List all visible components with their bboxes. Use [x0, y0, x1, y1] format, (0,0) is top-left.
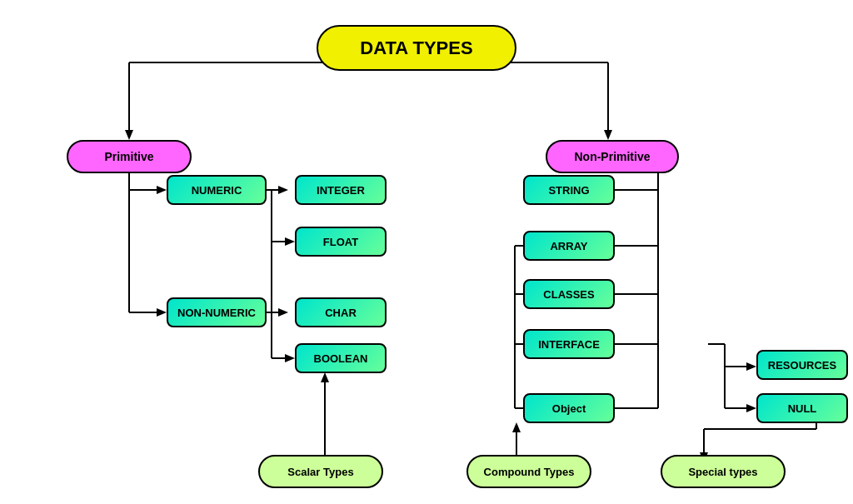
- boolean-label: BOOLEAN: [314, 352, 368, 365]
- non-primitive-node: Non-Primitive: [546, 140, 679, 173]
- char-label: CHAR: [325, 307, 357, 319]
- primitive-node: Primitive: [67, 140, 192, 173]
- float-label: FLOAT: [323, 236, 358, 248]
- resources-label: RESOURCES: [768, 359, 836, 372]
- svg-marker-11: [157, 308, 167, 317]
- integer-node: INTEGER: [295, 175, 387, 205]
- compound-types-node: Compound Types: [466, 455, 591, 488]
- integer-label: INTEGER: [317, 184, 365, 197]
- null-label: NULL: [788, 402, 817, 415]
- array-node: ARRAY: [523, 231, 615, 261]
- float-node: FLOAT: [295, 227, 387, 257]
- svg-marker-13: [278, 186, 288, 194]
- svg-marker-15: [278, 308, 288, 317]
- svg-marker-46: [746, 362, 756, 371]
- svg-marker-8: [157, 186, 167, 194]
- svg-marker-42: [512, 422, 521, 432]
- diagram: DATA TYPES Primitive Non-Primitive NUMER…: [0, 0, 853, 504]
- svg-marker-49: [746, 404, 756, 412]
- null-node: NULL: [756, 393, 848, 423]
- svg-marker-2: [125, 130, 133, 140]
- array-label: ARRAY: [550, 240, 587, 252]
- resources-node: RESOURCES: [756, 350, 848, 380]
- interface-label: INTERFACE: [538, 338, 600, 351]
- object-label: Object: [552, 402, 586, 415]
- classes-label: CLASSES: [543, 288, 594, 301]
- data-types-node: DATA TYPES: [317, 25, 516, 71]
- non-numeric-label: NON-NUMERIC: [177, 307, 256, 319]
- interface-node: INTERFACE: [523, 329, 615, 359]
- non-primitive-label: Non-Primitive: [574, 150, 650, 163]
- svg-marker-18: [285, 237, 295, 246]
- char-node: CHAR: [295, 297, 387, 327]
- svg-marker-40: [321, 372, 329, 382]
- boolean-node: BOOLEAN: [295, 343, 387, 373]
- numeric-label: NUMERIC: [192, 184, 242, 197]
- special-types-node: Special types: [661, 455, 786, 488]
- data-types-label: DATA TYPES: [360, 37, 472, 59]
- object-node: Object: [523, 393, 615, 423]
- scalar-types-node: Scalar Types: [258, 455, 383, 488]
- svg-marker-20: [285, 354, 295, 362]
- string-node: STRING: [523, 175, 615, 205]
- primitive-label: Primitive: [104, 150, 153, 163]
- numeric-node: NUMERIC: [167, 175, 267, 205]
- classes-node: CLASSES: [523, 279, 615, 309]
- svg-marker-5: [604, 130, 612, 140]
- connector-lines: [0, 0, 853, 504]
- scalar-types-label: Scalar Types: [287, 466, 353, 478]
- special-types-label: Special types: [688, 466, 757, 478]
- compound-types-label: Compound Types: [484, 466, 575, 478]
- non-numeric-node: NON-NUMERIC: [167, 297, 267, 327]
- string-label: STRING: [548, 184, 589, 197]
